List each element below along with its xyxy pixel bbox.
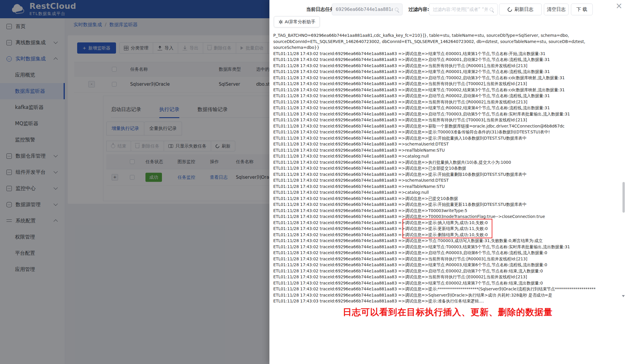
log-line: ETL01:11/28 17:43:02 traceId:69296ea66b7… (273, 201, 621, 208)
log-line: ETL01:11/28 17:43:02 traceId:69296ea66b7… (273, 280, 621, 286)
log-line: sourceDbConnId=ETL_SQLSERVER_14626407230… (273, 39, 621, 45)
log-line: ETL01:11/28 17:43:02 traceId:69296ea66b7… (273, 147, 621, 153)
log-line: ETL01:11/28 17:43:02 traceId:69296ea66b7… (273, 196, 621, 202)
log-panel: 当前日志任务ID: 过滤内容: 刷新日志 清空日志 下 载 × (269, 0, 626, 364)
log-line: ETL01:11/28 17:43:02 traceId:69296ea66b7… (273, 69, 621, 75)
log-line: ETL01:11/28 17:43:02 traceId:69296ea66b7… (273, 244, 621, 250)
log-line: sourceSchema=dbo}} (273, 44, 621, 51)
log-line: ETL01:11/28 17:43:02 traceId:69296ea66b7… (273, 256, 621, 262)
log-line-highlighted: ETL01:11/28 17:43:02 traceId:69296ea66b7… (273, 220, 621, 226)
log-output[interactable]: P_TAG_BATCHNO=69296ea66b744e1aa881aa81,c… (273, 32, 621, 304)
search-icon (395, 8, 398, 11)
scrollbar-thumb[interactable] (622, 182, 625, 213)
log-line: ETL01:11/28 17:43:02 traceId:69296ea66b7… (273, 57, 621, 63)
log-line: ETL01:11/28 17:43:02 traceId:69296ea66b7… (273, 250, 621, 256)
log-line: ETL01:11/28 17:43:02 traceId:69296ea66b7… (273, 214, 621, 220)
ai-analysis-button[interactable]: AI异常分析助手 (274, 16, 320, 27)
log-line: ETL01:11/28 17:43:02 traceId:69296ea66b7… (273, 159, 621, 166)
log-line: ETL01:11/28 17:43:02 traceId:69296ea66b7… (273, 177, 621, 183)
log-line: ETL01:11/28 17:43:02 traceId:69296ea66b7… (273, 117, 621, 123)
log-line: ETL01:11/28 17:43:02 traceId:69296ea66b7… (273, 75, 621, 81)
log-line: ETL01:11/28 17:43:02 traceId:69296ea66b7… (273, 286, 621, 292)
clear-log-button[interactable]: 清空日志 (544, 4, 569, 15)
log-line: ETL01:11/28 17:43:02 traceId:69296ea66b7… (273, 238, 621, 244)
log-line: ETL01:11/28 17:43:02 traceId:69296ea66b7… (273, 153, 621, 159)
log-line: ETL01:11/28 17:43:02 traceId:69296ea66b7… (273, 123, 621, 129)
scroll-down-icon[interactable] (622, 295, 625, 297)
refresh-icon (506, 6, 513, 12)
log-line: ETL01:11/28 17:43:02 traceId:69296ea66b7… (273, 141, 621, 147)
dim-overlay (0, 0, 269, 364)
log-line: ETL01:11/28 17:43:02 traceId:69296ea66b7… (273, 183, 621, 190)
log-line: ETL01:11/28 17:43:02 traceId:69296ea66b7… (273, 262, 621, 268)
annotation-caption: 日志可以看到在目标执行插入、更新、删除的数据量 (269, 306, 626, 318)
log-line-highlighted: ETL01:11/28 17:43:02 traceId:69296ea66b7… (273, 232, 621, 238)
log-line: ETL01:11/28 17:43:03 traceId:69296ea66b7… (273, 298, 621, 304)
download-log-button[interactable]: 下 载 (571, 4, 593, 15)
filter-label: 过滤内容: (408, 6, 429, 13)
log-line: ETL01:11/28 17:43:02 traceId:69296ea66b7… (273, 129, 621, 135)
log-line: ETL01:11/28 17:43:02 traceId:69296ea66b7… (273, 165, 621, 171)
log-line: ETL01:11/28 17:43:02 traceId:69296ea66b7… (273, 63, 621, 69)
log-line: ETL01:11/28 17:43:02 traceId:69296ea66b7… (273, 292, 621, 298)
ai-icon (278, 19, 283, 24)
log-line: P_TAG_BATCHNO=69296ea66b744e1aa881aa81,c… (273, 32, 621, 39)
log-line: ETL01:11/28 17:43:02 traceId:69296ea66b7… (273, 189, 621, 196)
log-line: ETL01:11/28 17:43:02 traceId:69296ea66b7… (273, 87, 621, 93)
log-line: ETL01:11/28 17:43:02 traceId:69296ea66b7… (273, 99, 621, 105)
close-icon[interactable]: × (616, 2, 622, 10)
log-line: ETL01:11/28 17:43:02 traceId:69296ea66b7… (273, 171, 621, 178)
highlight-group: ETL01:11/28 17:43:02 traceId:69296ea66b7… (273, 220, 621, 238)
filter-input[interactable] (429, 4, 498, 15)
log-line: ETL01:11/28 17:43:02 traceId:69296ea66b7… (273, 51, 621, 57)
app-root: RestCloud ETL数据集成平台 首页离线数据集成实时数据集成应用概览数据… (0, 0, 626, 364)
refresh-log-button[interactable]: 刷新日志 (499, 4, 542, 15)
filter-search-icon (490, 8, 493, 11)
log-line: ETL01:11/28 17:43:02 traceId:69296ea66b7… (273, 268, 621, 274)
log-line: ETL01:11/28 17:43:02 traceId:69296ea66b7… (273, 135, 621, 141)
log-line: ETL01:11/28 17:43:02 traceId:69296ea66b7… (273, 93, 621, 99)
log-line: ETL01:11/28 17:43:02 traceId:69296ea66b7… (273, 274, 621, 280)
log-line: ETL01:11/28 17:43:02 traceId:69296ea66b7… (273, 105, 621, 111)
log-line: ETL01:11/28 17:43:02 traceId:69296ea66b7… (273, 111, 621, 117)
task-id-input[interactable] (332, 4, 403, 15)
log-line-highlighted: ETL01:11/28 17:43:02 traceId:69296ea66b7… (273, 226, 621, 232)
log-line: ETL01:11/28 17:43:02 traceId:69296ea66b7… (273, 81, 621, 87)
log-line: ETL01:11/28 17:43:02 traceId:69296ea66b7… (273, 208, 621, 214)
